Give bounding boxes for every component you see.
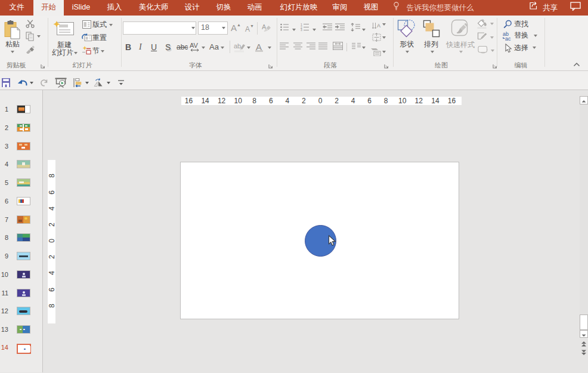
svg-text:AV: AV (190, 42, 199, 49)
svg-text:A: A (377, 23, 380, 29)
svg-text:3: 3 (301, 28, 302, 31)
svg-text:ac: ac (505, 36, 511, 41)
svg-text:ab: ab (234, 42, 241, 50)
